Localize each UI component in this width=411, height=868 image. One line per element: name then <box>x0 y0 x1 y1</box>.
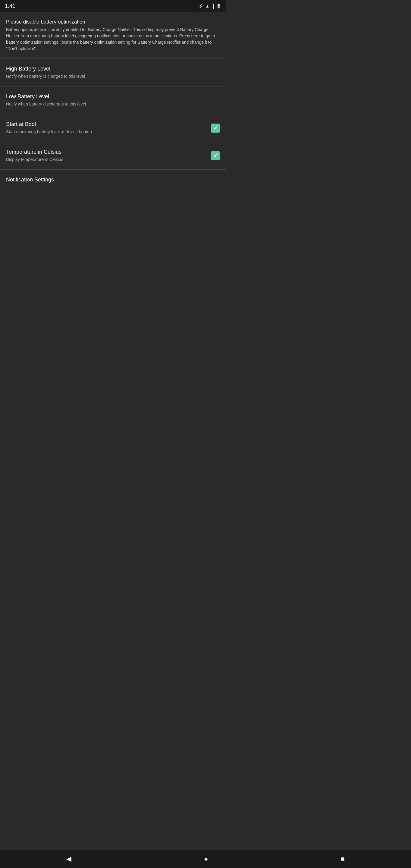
battery-optimization-subtitle: Battery optimization is currently enable… <box>6 27 215 52</box>
battery-optimization-title: Please disable battery optimization <box>6 19 215 25</box>
start-at-boot-subtitle: Start monitoring battery level at device… <box>6 129 206 135</box>
wifi-icon: ▲ <box>205 4 210 8</box>
temperature-celsius-subtitle: Display temperature in Celsius <box>6 157 206 163</box>
battery-optimization-text: Please disable battery optimization Batt… <box>6 19 220 52</box>
status-time: 1:41 <box>5 3 15 9</box>
settings-list: Please disable battery optimization Batt… <box>0 12 226 191</box>
status-icons: ⚡ ▲ ▐ 🔋 <box>198 4 221 8</box>
signal-icon: ▐ <box>211 4 214 8</box>
temperature-celsius-title: Temperature in Celsius <box>6 149 206 156</box>
low-battery-level-item[interactable]: Low Battery Level Notify when battery di… <box>0 87 226 114</box>
status-bar: 1:41 ⚡ ▲ ▐ 🔋 <box>0 0 226 12</box>
empty-space <box>0 191 226 372</box>
high-battery-level-subtitle: Notify when battery is charged to this l… <box>6 73 215 80</box>
notification-settings-text: Notification Settings <box>6 176 220 184</box>
temperature-celsius-check-icon: ✓ <box>213 153 218 159</box>
notification-settings-item[interactable]: Notification Settings <box>0 170 226 191</box>
notification-settings-title: Notification Settings <box>6 176 215 183</box>
temperature-celsius-item[interactable]: Temperature in Celsius Display temperatu… <box>0 142 226 170</box>
high-battery-level-item[interactable]: High Battery Level Notify when battery i… <box>0 59 226 87</box>
high-battery-level-text: High Battery Level Notify when battery i… <box>6 65 220 80</box>
low-battery-level-text: Low Battery Level Notify when battery di… <box>6 93 220 107</box>
low-battery-level-subtitle: Notify when battery discharges to this l… <box>6 101 215 107</box>
start-at-boot-checkbox[interactable]: ✓ <box>211 124 220 133</box>
temperature-celsius-text: Temperature in Celsius Display temperatu… <box>6 149 211 163</box>
battery-icon: 🔋 <box>216 4 221 8</box>
start-at-boot-text: Start at Boot Start monitoring battery l… <box>6 121 211 135</box>
lightning-icon: ⚡ <box>198 4 203 8</box>
start-at-boot-check-icon: ✓ <box>213 125 218 131</box>
temperature-celsius-checkbox[interactable]: ✓ <box>211 151 220 160</box>
high-battery-level-title: High Battery Level <box>6 65 215 72</box>
start-at-boot-item[interactable]: Start at Boot Start monitoring battery l… <box>0 114 226 142</box>
battery-optimization-item[interactable]: Please disable battery optimization Batt… <box>0 12 226 59</box>
start-at-boot-title: Start at Boot <box>6 121 206 128</box>
low-battery-level-title: Low Battery Level <box>6 93 215 100</box>
